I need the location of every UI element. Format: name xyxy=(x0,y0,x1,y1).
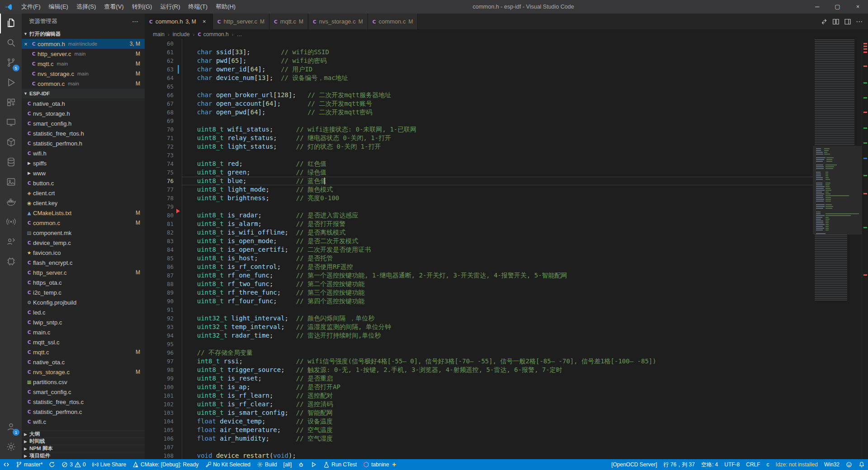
sidebar-section[interactable]: ▶大纲 xyxy=(22,430,145,437)
tree-item-file[interactable]: Cstatistic_free_rtos.c xyxy=(22,397,145,407)
tree-item-file[interactable]: Cmqtt.cM xyxy=(22,347,145,357)
tree-item-file[interactable]: Cbutton.c xyxy=(22,178,145,188)
more-actions-icon[interactable]: ⋯ xyxy=(856,18,863,25)
status-build-target[interactable]: [all] xyxy=(280,459,295,470)
code-line[interactable]: 78 uint8_t brightness;// 亮度0-100 xyxy=(145,194,813,202)
status-indentation[interactable]: 空格: 4 xyxy=(698,459,721,470)
tree-item-file[interactable]: Chttp_server.cM xyxy=(22,268,145,277)
tree-item-file[interactable]: Cstatistic_perfmon.c xyxy=(22,407,145,417)
tree-item-file[interactable]: Csmart_config.h xyxy=(22,118,145,128)
open-editor-item[interactable]: Cnvs_storage.cmainM xyxy=(22,69,145,79)
tab-mqtt.c[interactable]: Cmqtt.cM xyxy=(269,14,308,29)
code-line[interactable]: 94 uint32_t radar_time;// 雷达开打持续时间,单位秒 xyxy=(145,331,813,340)
tree-item-file[interactable]: ★favicon.ico xyxy=(22,248,145,258)
activity-item-explorer[interactable] xyxy=(0,14,22,33)
status-debug[interactable] xyxy=(295,459,307,470)
tree-item-file[interactable]: ◈client.crt xyxy=(22,188,145,198)
menu-item[interactable]: 终端(T) xyxy=(184,0,212,14)
tree-item-file[interactable]: Csmart_config.c xyxy=(22,387,145,397)
tree-item-file[interactable]: Cstatistic_perfmon.h xyxy=(22,138,145,148)
close-icon[interactable]: × xyxy=(22,41,30,47)
code-line[interactable]: 86 uint8_t is_rf_control;// 是否使用RF遥控 xyxy=(145,263,813,271)
tree-item-file[interactable]: Cdevice_temp.c xyxy=(22,238,145,248)
code-line[interactable]: 77 uint8_t light_mode;// 颜色模式 xyxy=(145,185,813,194)
close-icon[interactable]: × xyxy=(201,18,208,25)
activity-item-image-preview[interactable] xyxy=(0,173,22,193)
tree-item-file[interactable]: Clwip_sntp.c xyxy=(22,317,145,327)
layout-icon[interactable] xyxy=(844,18,851,25)
code-line[interactable]: 91 xyxy=(145,306,813,314)
code-line[interactable]: 102 uint8_t is_rf_clear;// 遥控清码 xyxy=(145,400,813,409)
code-line[interactable]: 106 float air_humidity;// 空气湿度 xyxy=(145,434,813,443)
code-line[interactable]: 97 int8_t rssi;// wifi信号强度(信号极好4格[-55— 0… xyxy=(145,357,813,366)
activity-item-docker[interactable] xyxy=(0,193,22,212)
tree-item-file[interactable]: ⚙Kconfig.projbuild xyxy=(22,297,145,307)
status-openocd-server[interactable]: [OpenOCD Server] xyxy=(608,459,660,470)
tab-http_server.c[interactable]: Chttp_server.cM xyxy=(213,14,269,29)
breadcrumb-item[interactable]: Ccommon.h xyxy=(198,31,228,38)
code-line[interactable]: 64 char device_num[13];// 设备编号，mac地址 xyxy=(145,74,813,82)
tree-item-file[interactable]: ▦partitions.csv xyxy=(22,377,145,387)
status-extension-warning[interactable]: Idze: not installed xyxy=(773,459,821,470)
tree-item-file[interactable]: Cwifi.h xyxy=(22,148,145,158)
tree-item-file[interactable]: Cmain.c xyxy=(22,327,145,337)
tree-item-file[interactable]: Cflash_encrypt.c xyxy=(22,258,145,268)
tree-item-folder[interactable]: ▶www xyxy=(22,168,145,178)
activity-item-search[interactable] xyxy=(0,33,22,53)
maximize-button[interactable]: ▢ xyxy=(827,0,848,14)
code-line[interactable]: 65 xyxy=(145,82,813,91)
code-line[interactable]: 76 uint8_t blue;// 蓝色值 xyxy=(145,177,813,185)
status-eol[interactable]: CRLF xyxy=(743,459,763,470)
status-git-branch[interactable]: master* xyxy=(13,459,46,470)
activity-item-account[interactable]: 1 xyxy=(0,418,22,437)
code-line[interactable]: 98 uint8_t trigger_source;// 触发源: 0-无, 1… xyxy=(145,366,813,374)
sidebar-section[interactable]: ▶项目组件 xyxy=(22,452,145,459)
status-encoding[interactable]: UTF-8 xyxy=(721,459,743,470)
status-problems[interactable]: 30 xyxy=(58,459,89,470)
code-line[interactable]: 70 uint8_t wifi_status;// wifi连接状态: 0-未联… xyxy=(145,125,813,134)
activity-item-source-control[interactable]: 5 xyxy=(0,53,22,73)
open-editor-item[interactable]: Chttp_server.cmainM xyxy=(22,49,145,59)
code-line[interactable]: 88 uint8_t rf_two_func;// 第二个遥控按键功能 xyxy=(145,280,813,288)
menu-item[interactable]: 运行(R) xyxy=(156,0,184,14)
code-line[interactable]: 73 xyxy=(145,151,813,160)
status-launch[interactable] xyxy=(307,459,320,470)
menu-item[interactable]: 帮助(H) xyxy=(212,0,240,14)
code-line[interactable]: 99 uint8_t is_reset;// 是否重启 xyxy=(145,374,813,383)
code-line[interactable]: 93 uint32_t temp_interval;// 温湿度监测的间隔, 单… xyxy=(145,323,813,331)
status-language-mode[interactable]: c xyxy=(764,459,773,470)
breadcrumb-item[interactable]: include xyxy=(173,31,190,38)
code-line[interactable]: 107 xyxy=(145,443,813,451)
tree-item-file[interactable]: ▲CMakeLists.txtM xyxy=(22,208,145,218)
menu-item[interactable]: 转到(G) xyxy=(128,0,156,14)
code-line[interactable]: 87 uint8_t rf_one_func;// 第一个遥控按键功能, 1-继… xyxy=(145,271,813,280)
activity-item-package-explorer[interactable] xyxy=(0,133,22,153)
code-line[interactable]: 95 xyxy=(145,340,813,348)
activity-item-esp-idf[interactable] xyxy=(0,252,22,272)
code-editor[interactable]: 6061 char ssid[33];// wifi的SSID62 char p… xyxy=(145,39,813,459)
menu-item[interactable]: 选择(S) xyxy=(72,0,100,14)
tree-item-file[interactable]: Cstatistic_free_rtos.h xyxy=(22,128,145,138)
code-line[interactable]: 89 uint8_t rf_three_func;// 第三个遥控按键功能 xyxy=(145,288,813,297)
menu-item[interactable]: 文件(F) xyxy=(17,0,45,14)
code-line[interactable]: 96// 不存储全局变量 xyxy=(145,348,813,357)
breadcrumb-item[interactable]: main xyxy=(153,31,165,38)
tree-item-file[interactable]: ◉client.key xyxy=(22,198,145,208)
status-notifications[interactable] xyxy=(855,459,868,470)
activity-item-extensions[interactable] xyxy=(0,93,22,113)
tree-item-file[interactable]: Cnative_ota.c xyxy=(22,357,145,367)
code-line[interactable]: 82 uint8_t is_wifi_offline;// 是否离线模式 xyxy=(145,228,813,237)
code-line[interactable]: 103 uint8_t is_smart_config;// 智能配网 xyxy=(145,409,813,417)
tree-item-file[interactable]: Ccommon.cM xyxy=(22,218,145,228)
status-live-share[interactable]: Live Share xyxy=(89,459,129,470)
activity-item-database[interactable] xyxy=(0,153,22,173)
code-line[interactable]: 69 xyxy=(145,117,813,125)
code-line[interactable]: 81 uint8_t is_alarm;// 是否打开报警 xyxy=(145,220,813,228)
project-section-header[interactable]: ▼ ESP-IDF xyxy=(22,89,145,99)
tree-item-file[interactable]: Cnative_ota.h xyxy=(22,99,145,108)
code-line[interactable]: 79 xyxy=(145,202,813,211)
tab-common.c[interactable]: Ccommon.cM xyxy=(368,14,418,29)
code-line[interactable]: 62 char pwd[65];// wifi的密码 xyxy=(145,56,813,65)
code-line[interactable]: 72 uint8_t light_status;// 灯的状态 0-关闭 1-打… xyxy=(145,142,813,151)
status-feedback[interactable] xyxy=(843,459,855,470)
